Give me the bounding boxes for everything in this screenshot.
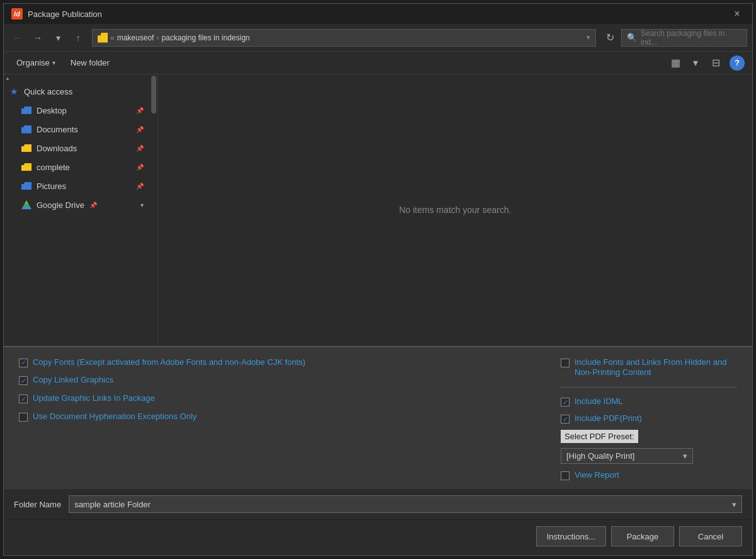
include-idml-label[interactable]: Include IDML: [575, 396, 623, 407]
google-drive-label: Google Drive: [37, 200, 84, 210]
help-button[interactable]: ?: [730, 55, 745, 71]
up-button[interactable]: ↑: [69, 29, 87, 47]
include-fonts-links-checkbox[interactable]: [561, 359, 570, 367]
address-bar[interactable]: « makeuseof › packaging files in indesig…: [92, 29, 596, 47]
include-fonts-links-row: Include Fonts and Links From Hidden and …: [561, 357, 737, 379]
folder-name-chevron-icon: ▾: [732, 500, 736, 509]
update-links-row: Update Graphic Links In Package: [19, 393, 536, 404]
dropdown-button[interactable]: ▾: [49, 29, 67, 47]
quick-access-icon: ★: [9, 86, 19, 96]
google-drive-pin-icon: 📌: [89, 202, 97, 209]
action-buttons: Instructions... Package Cancel: [4, 519, 752, 555]
pdf-preset-chevron-icon: ▾: [683, 451, 687, 461]
quick-access-label: Quick access: [24, 87, 72, 96]
use-hyphenation-label[interactable]: Use Document Hyphenation Exceptions Only: [33, 412, 197, 422]
address-part-1: makeuseof: [117, 33, 154, 42]
documents-pin-icon: 📌: [136, 126, 144, 133]
folder-name-label: Folder Name: [14, 500, 61, 509]
close-button[interactable]: ×: [730, 6, 745, 21]
copy-fonts-row: Copy Fonts (Except activated from Adobe …: [19, 357, 536, 368]
options-columns: Copy Fonts (Except activated from Adobe …: [19, 357, 737, 481]
new-folder-button[interactable]: New folder: [66, 55, 115, 70]
nav-bar: ← → ▾ ↑ « makeuseof › packaging files in…: [4, 24, 752, 52]
copy-linked-label[interactable]: Copy Linked Graphics: [33, 375, 113, 386]
address-separator-1: ›: [156, 33, 159, 42]
back-button[interactable]: ←: [9, 29, 26, 47]
select-pdf-label-text: Select PDF Preset:: [561, 430, 638, 443]
dialog-title: Package Publication: [28, 9, 724, 19]
cancel-button[interactable]: Cancel: [679, 526, 742, 546]
pictures-label: Pictures: [37, 182, 66, 191]
title-bar: Id Package Publication ×: [4, 4, 752, 24]
package-button[interactable]: Package: [611, 526, 674, 546]
use-hyphenation-row: Use Document Hyphenation Exceptions Only: [19, 412, 536, 422]
desktop-label: Desktop: [37, 106, 67, 115]
address-folder-icon: [98, 33, 108, 43]
update-links-label[interactable]: Update Graphic Links In Package: [33, 393, 155, 404]
sidebar-inner: ▲ ★ Quick access Desktop 📌: [4, 74, 158, 346]
options-left: Copy Fonts (Except activated from Adobe …: [19, 357, 536, 481]
sidebar-scroll-thumb[interactable]: [151, 76, 156, 113]
search-bar[interactable]: 🔍 Search packaging files in ind...: [621, 29, 747, 47]
update-links-checkbox[interactable]: [19, 395, 28, 403]
complete-label: complete: [37, 163, 70, 172]
file-view[interactable]: No items match your search.: [158, 74, 752, 346]
copy-fonts-checkbox[interactable]: [19, 359, 28, 367]
toolbar: Organise ▾ New folder ▦ ▾ ⊟ ?: [4, 52, 752, 74]
sidebar-item-complete[interactable]: complete 📌: [4, 158, 149, 176]
pictures-pin-icon: 📌: [136, 183, 144, 190]
options-right: Include Fonts and Links From Hidden and …: [561, 357, 737, 481]
pdf-preset-value: [High Quality Print]: [566, 451, 634, 461]
sidebar-item-downloads[interactable]: Downloads 📌: [4, 139, 149, 158]
sidebar-item-google-drive[interactable]: Google Drive 📌 ▾: [4, 195, 149, 214]
include-pdf-row: Include PDF(Print): [561, 413, 737, 424]
folder-name-input[interactable]: sample article Folder ▾: [69, 495, 742, 513]
search-icon: 🔍: [627, 33, 637, 42]
options-divider: [561, 387, 737, 388]
refresh-button[interactable]: ↻: [601, 29, 619, 47]
folder-name-value: sample article Folder: [74, 500, 151, 509]
pictures-folder-icon: [21, 181, 32, 191]
view-icon-2[interactable]: ⊟: [707, 54, 724, 72]
downloads-pin-icon: 📌: [136, 145, 144, 152]
sidebar-item-desktop[interactable]: Desktop 📌: [4, 101, 149, 120]
copy-linked-row: Copy Linked Graphics: [19, 375, 536, 386]
select-pdf-preset-label: Select PDF Preset:: [561, 430, 737, 442]
google-drive-chevron: ▾: [140, 202, 144, 209]
copy-linked-checkbox[interactable]: [19, 376, 28, 385]
dialog-window: Id Package Publication × ← → ▾ ↑ « makeu…: [3, 3, 753, 556]
view-report-label[interactable]: View Report: [575, 470, 619, 481]
search-placeholder: Search packaging files in ind...: [641, 29, 742, 47]
use-hyphenation-checkbox[interactable]: [19, 413, 28, 422]
include-idml-row: Include IDML: [561, 396, 737, 407]
complete-folder-icon: [21, 162, 32, 172]
sidebar-item-documents[interactable]: Documents 📌: [4, 120, 149, 139]
include-fonts-links-label[interactable]: Include Fonts and Links From Hidden and …: [575, 357, 737, 379]
sidebar-scroll-up[interactable]: ▲: [4, 74, 11, 82]
address-dropdown-icon[interactable]: ▾: [587, 33, 590, 42]
view-report-checkbox[interactable]: [561, 471, 570, 480]
view-icon-dropdown[interactable]: ▾: [687, 54, 704, 72]
main-content: ▲ ★ Quick access Desktop 📌: [4, 74, 752, 346]
no-items-text: No items match your search.: [399, 205, 511, 215]
sidebar-item-quick-access[interactable]: ★ Quick access: [4, 82, 149, 101]
sidebar-item-pictures[interactable]: Pictures 📌: [4, 176, 149, 195]
app-icon: Id: [11, 8, 23, 20]
bottom-bar: Folder Name sample article Folder ▾: [4, 488, 752, 519]
documents-folder-icon: [21, 124, 32, 134]
sidebar-scrollbar[interactable]: [150, 74, 158, 346]
google-drive-icon: [21, 200, 32, 210]
pdf-preset-dropdown[interactable]: [High Quality Print] ▾: [561, 448, 693, 464]
include-idml-checkbox[interactable]: [561, 398, 570, 406]
downloads-folder-icon: [21, 143, 32, 153]
include-pdf-checkbox[interactable]: [561, 415, 570, 424]
organise-button[interactable]: Organise ▾: [11, 55, 60, 70]
include-pdf-label[interactable]: Include PDF(Print): [575, 413, 642, 424]
desktop-folder-icon: [21, 105, 32, 115]
forward-button[interactable]: →: [29, 29, 47, 47]
options-panel: Copy Fonts (Except activated from Adobe …: [4, 346, 752, 488]
instructions-button[interactable]: Instructions...: [536, 526, 606, 546]
view-icon-1[interactable]: ▦: [667, 54, 684, 72]
copy-fonts-label[interactable]: Copy Fonts (Except activated from Adobe …: [33, 357, 306, 368]
organise-chevron: ▾: [52, 59, 55, 66]
